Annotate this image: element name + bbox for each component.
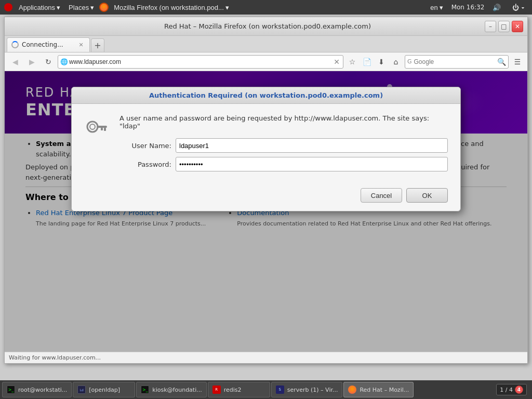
nav-bar: ◀ ▶ ↻ 🌐 ✕ ☆ 📄 ⬇ ⌂ G 🔍 ☰ [5,52,527,71]
status-text: Waiting for www.ldapuser.com... [9,354,101,361]
browser-window: Red Hat – Mozilla Firefox (on workstatio… [4,17,528,364]
maximize-button[interactable]: □ [498,21,510,32]
tab-bar: Connecting... ✕ + [5,36,527,52]
auth-content: A user name and password are being reque… [119,114,448,171]
password-label: Password: [119,161,171,168]
minimize-button[interactable]: – [485,21,496,32]
tab-close-button[interactable]: ✕ [77,41,85,49]
google-search-input[interactable] [414,58,495,65]
back-button[interactable]: ◀ [8,55,22,69]
server-icon: S [276,385,284,394]
nav-icons: ☆ 📄 ⬇ ⌂ [345,55,403,69]
menu-button[interactable]: ☰ [511,55,524,69]
browser-title: Red Hat – Mozilla Firefox (on workstatio… [50,22,485,30]
url-clear-button[interactable]: ✕ [332,58,341,66]
taskbar-label-openldap: [openldap] [89,387,120,393]
firefox-taskbar-icon [99,3,109,12]
username-row: User Name: [119,138,448,153]
taskbar-item-firefox[interactable]: Red Hat – Mozil... [343,382,414,397]
terminal-icon: >_ [7,385,15,394]
window-title-menu[interactable]: Mozilla Firefox (on workstation.pod... ▾ [111,3,232,12]
google-logo: G [407,58,412,65]
google-search-button[interactable]: 🔍 [497,58,506,66]
reader-button[interactable]: 📄 [360,55,374,69]
volume-btn[interactable]: 🔊 [489,3,504,12]
auth-dialog-body: A user name and password are being reque… [72,104,460,182]
tab-label: Connecting... [22,41,63,48]
browser-content: RED HAT® ENTERPRISE LINUX® 7 System admi… [5,71,527,352]
applications-menu[interactable]: Applications ▾ [16,3,63,12]
forward-button[interactable]: ▶ [24,55,39,69]
cancel-button[interactable]: Cancel [361,188,402,203]
taskbar-item-kiosk[interactable]: >_ kiosk@foundati... [136,382,206,397]
system-clock: Mon 16:32 [451,4,485,11]
taskbar-label-kiosk: kiosk@foundati... [152,387,202,393]
auth-dialog-title: Authentication Required (on workstation.… [72,87,460,104]
taskbar-label-firefox: Red Hat – Mozil... [360,387,409,393]
bookmark-star-button[interactable]: ☆ [345,55,359,69]
tab-connecting[interactable]: Connecting... ✕ [7,37,90,52]
password-input[interactable] [176,157,448,171]
url-input[interactable] [69,58,331,65]
taskbar-item-openldap[interactable]: Ld [openldap] [73,382,135,397]
redis-icon: R [212,385,221,394]
svg-point-0 [87,122,98,132]
username-label: User Name: [119,142,171,150]
dialog-overlay: Authentication Required (on workstation.… [5,71,527,352]
power-btn[interactable]: ⏻ ▾ [509,3,528,12]
svg-rect-2 [97,126,107,128]
taskbar-label-redis: redis2 [224,387,242,393]
system-bar: Applications ▾ Places ▾ Mozilla Firefox … [0,0,532,15]
google-search-bar[interactable]: G 🔍 [405,55,509,69]
taskbar: >_ root@workstati... Ld [openldap] >_ ki… [0,380,532,399]
password-row: Password: [119,157,448,171]
tab-loading-spinner [11,41,19,48]
locale-btn[interactable]: en ▾ [427,3,446,12]
firefox-icon [348,385,356,394]
browser-titlebar: Red Hat – Mozilla Firefox (on workstatio… [5,17,527,36]
close-button[interactable]: ✕ [512,21,523,32]
auth-message: A user name and password are being reque… [119,114,448,130]
username-input[interactable] [176,138,448,153]
taskbar-item-serverb[interactable]: S serverb (1) – Vir... [271,382,343,397]
taskbar-item-root-terminal[interactable]: >_ root@workstati... [2,382,72,397]
svg-rect-3 [104,128,106,131]
svg-point-1 [90,124,95,129]
ok-button[interactable]: OK [406,188,448,203]
url-bar[interactable]: 🌐 ✕ [58,55,343,69]
download-button[interactable]: ⬇ [375,55,388,69]
openldap-icon: Ld [77,385,86,394]
places-menu[interactable]: Places ▾ [65,3,97,12]
new-tab-button[interactable]: + [91,38,104,52]
home-button[interactable]: ⌂ [389,55,403,69]
auth-buttons: Cancel OK [72,182,460,211]
auth-fields: User Name: Password: [119,138,448,171]
auth-dialog: Authentication Required (on workstation.… [71,87,461,211]
taskbar-item-redis[interactable]: R redis2 [208,382,270,397]
pages-indicator: 1 / 4 4 [496,384,527,395]
pages-circle: 4 [515,385,523,394]
taskbar-label-root: root@workstati... [18,387,67,393]
lock-icon: 🌐 [60,58,68,65]
gnome-icon [4,3,12,11]
taskbar-label-serverb: serverb (1) – Vir... [287,387,338,393]
refresh-button[interactable]: ↻ [41,55,56,69]
key-icon [84,116,109,145]
window-controls: – □ ✕ [485,21,523,32]
status-bar: Waiting for www.ldapuser.com... [5,352,527,363]
svg-rect-4 [101,128,103,130]
kiosk-icon: >_ [141,385,149,394]
pages-text: 1 / 4 [500,387,513,393]
